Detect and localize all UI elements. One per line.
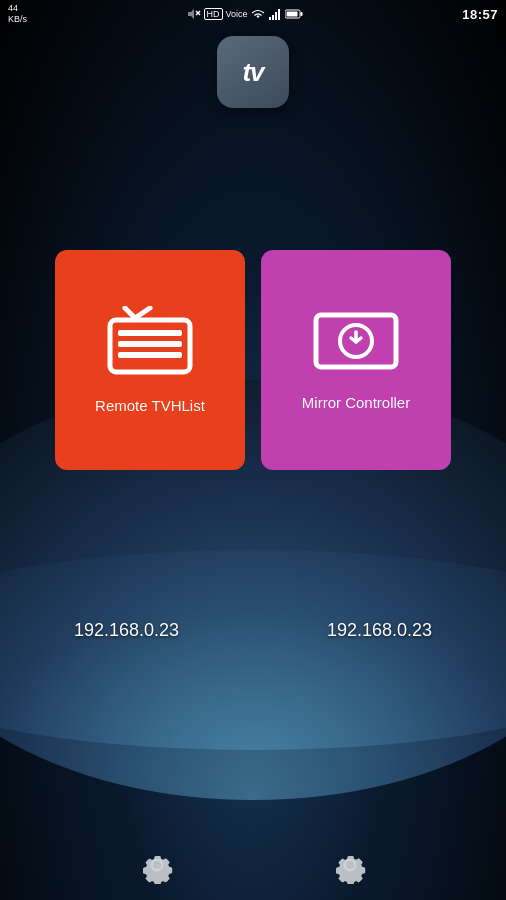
app-logo-text: tv [242, 57, 263, 88]
clock: 18:57 [462, 7, 498, 22]
speed-unit: KB/s [8, 14, 27, 25]
battery-icon [285, 8, 303, 20]
settings-left-icon[interactable] [138, 846, 176, 884]
mirror-label: Mirror Controller [302, 394, 410, 411]
settings-right-icon[interactable] [331, 846, 369, 884]
status-speed: 44 KB/s [8, 3, 27, 25]
svg-rect-4 [275, 12, 277, 20]
earth-glow [0, 550, 506, 750]
signal-icon [268, 8, 282, 20]
app-logo-container: tv [217, 36, 289, 108]
mirror-tile[interactable]: Mirror Controller [261, 250, 451, 470]
svg-rect-8 [286, 12, 297, 17]
bottom-toolbar [0, 830, 506, 900]
svg-rect-2 [269, 17, 271, 20]
tvhlist-label: Remote TVHList [95, 397, 205, 414]
svg-rect-14 [118, 352, 182, 358]
status-bar: 44 KB/s HD Voice 18:5 [0, 0, 506, 28]
mirror-ip: 192.168.0.23 [293, 620, 466, 641]
wifi-icon [251, 8, 265, 20]
svg-line-10 [135, 308, 150, 318]
svg-rect-13 [118, 341, 182, 347]
mirror-icon [311, 310, 401, 378]
svg-rect-12 [118, 330, 182, 336]
status-icons: HD Voice [187, 7, 303, 21]
mute-icon [187, 7, 201, 21]
voice-label: Voice [226, 9, 248, 19]
tvhlist-ip: 192.168.0.23 [40, 620, 213, 641]
app-logo[interactable]: tv [217, 36, 289, 108]
svg-rect-7 [300, 12, 302, 16]
ip-addresses-container: 192.168.0.23 192.168.0.23 [0, 620, 506, 641]
speed-value: 44 [8, 3, 18, 14]
svg-rect-5 [278, 9, 280, 20]
hd-badge: HD [204, 8, 223, 20]
tvhlist-tile[interactable]: Remote TVHList [55, 250, 245, 470]
tvhlist-icon [105, 306, 195, 381]
svg-rect-3 [272, 15, 274, 20]
app-grid: Remote TVHList Mirror Controller [0, 250, 506, 470]
